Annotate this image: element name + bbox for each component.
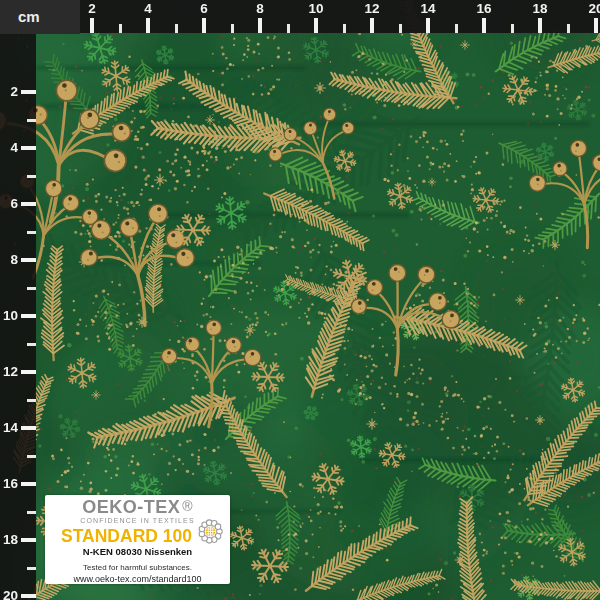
ruler-top-minor-tick	[343, 24, 346, 33]
ruler-top-minor-tick	[399, 24, 402, 33]
ruler-top: 2468101214161820	[0, 0, 600, 33]
ruler-left-minor-tick	[27, 511, 36, 514]
ruler-left-minor-tick	[27, 287, 36, 290]
ruler-top-tick-label: 6	[190, 1, 218, 17]
ruler-left-tick-label: 2	[0, 84, 18, 100]
ruler-top-tick	[482, 18, 486, 33]
ruler-top-tick	[146, 18, 150, 33]
ruler-top-tick-label: 20	[582, 1, 600, 17]
ruler-left-tick-label: 8	[0, 252, 18, 268]
ruler-left-tick-label: 10	[0, 308, 18, 324]
ruler-left-minor-tick	[27, 399, 36, 402]
ruler-left-tick	[21, 314, 36, 318]
ruler-top-tick	[258, 18, 262, 33]
ruler-left-tick	[21, 90, 36, 94]
ruler-left-minor-tick	[27, 175, 36, 178]
ruler-left-tick	[21, 258, 36, 262]
ruler-left-tick-label: 20	[0, 588, 18, 600]
oeko-tex-label: OEKO-TEX® CONFIDENCE IN TEXTILES STANDAR…	[45, 495, 230, 584]
ruler-unit-label: cm	[18, 8, 40, 25]
ruler-top-tick-label: 14	[414, 1, 442, 17]
ruler-top-tick	[426, 18, 430, 33]
ruler-left-minor-tick	[27, 231, 36, 234]
ruler-top-tick	[90, 18, 94, 33]
fabric-product-photo: 2468101214161820 2468101214161820 cm OEK…	[0, 0, 600, 600]
ruler-left-tick	[21, 482, 36, 486]
ruler-top-minor-tick	[455, 24, 458, 33]
ruler-left-tick	[21, 426, 36, 430]
ruler-top-tick-label: 12	[358, 1, 386, 17]
ruler-top-minor-tick	[287, 24, 290, 33]
ruler-left-tick-label: 14	[0, 420, 18, 436]
ruler-left-tick	[21, 538, 36, 542]
ruler-left: 2468101214161820	[0, 33, 36, 600]
ruler-top-tick	[538, 18, 542, 33]
ruler-left-tick-label: 4	[0, 140, 18, 156]
ruler-top-tick	[370, 18, 374, 33]
ruler-left-minor-tick	[27, 119, 36, 122]
ruler-top-tick-label: 8	[246, 1, 274, 17]
ruler-top-minor-tick	[567, 24, 570, 33]
ruler-top-tick-label: 2	[78, 1, 106, 17]
oeko-tex-brand: OEKO-TEX	[82, 497, 180, 517]
ruler-top-tick	[594, 18, 598, 33]
ruler-top-minor-tick	[231, 24, 234, 33]
ruler-top-tick	[314, 18, 318, 33]
ruler-left-tick	[21, 202, 36, 206]
ruler-left-minor-tick	[27, 455, 36, 458]
oeko-tex-url: www.oeko-tex.com/standard100	[45, 574, 230, 584]
ruler-left-tick-label: 16	[0, 476, 18, 492]
ruler-unit: cm	[0, 0, 80, 34]
ruler-top-minor-tick	[511, 24, 514, 33]
ruler-left-tick-label: 18	[0, 532, 18, 548]
ruler-top-tick	[202, 18, 206, 33]
oeko-tex-brand-row: OEKO-TEX®	[45, 498, 230, 516]
ruler-top-tick-label: 4	[134, 1, 162, 17]
ruler-left-tick	[21, 370, 36, 374]
oeko-tex-flower-icon	[197, 518, 224, 545]
ruler-top-tick-label: 18	[526, 1, 554, 17]
ruler-left-tick-label: 6	[0, 196, 18, 212]
oeko-tex-claim: Tested for harmful substances.	[45, 563, 230, 572]
ruler-top-minor-tick	[175, 24, 178, 33]
ruler-left-minor-tick	[27, 567, 36, 570]
registered-trademark-icon: ®	[182, 498, 192, 514]
ruler-top-minor-tick	[119, 24, 122, 33]
ruler-left-tick	[21, 146, 36, 150]
ruler-top-tick-label: 16	[470, 1, 498, 17]
ruler-left-tick	[21, 594, 36, 598]
ruler-left-tick-label: 12	[0, 364, 18, 380]
oeko-tex-license-number: N-KEN 08030 Nissenken	[45, 547, 230, 557]
ruler-top-tick-label: 10	[302, 1, 330, 17]
ruler-left-minor-tick	[27, 343, 36, 346]
